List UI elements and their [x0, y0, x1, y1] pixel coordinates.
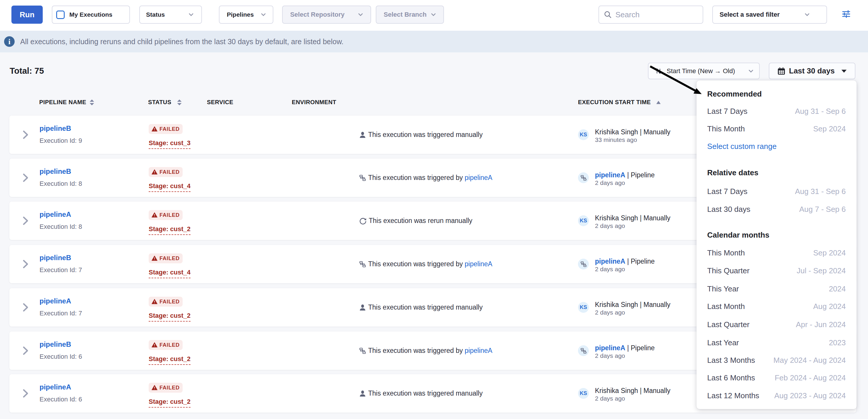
- svg-text:i: i: [8, 37, 10, 46]
